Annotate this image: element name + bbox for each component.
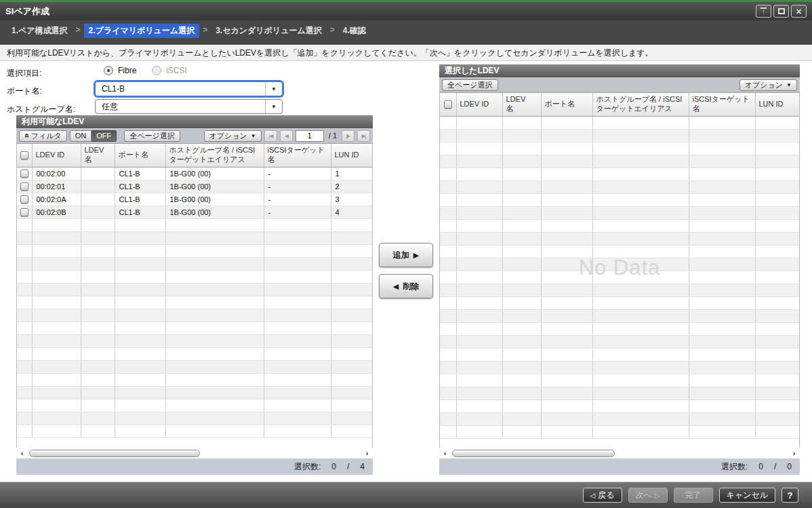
row-checkbox[interactable] xyxy=(20,182,28,191)
prev-page-icon: ◀ xyxy=(285,133,288,139)
selected-ldev-table: LDEV ID LDEV 名 ポート名 ホストグループ名 / iSCSI ターゲ… xyxy=(440,93,800,439)
column-header-lun-id[interactable]: LUN ID xyxy=(331,144,373,167)
empty-row xyxy=(440,374,800,387)
help-button[interactable]: ? xyxy=(781,488,798,503)
total-count-value: 4 xyxy=(360,462,365,471)
filter-on-button[interactable]: ON xyxy=(70,130,92,142)
port-name-value: CL1-B xyxy=(96,84,265,94)
next-page-button[interactable]: ▶ xyxy=(342,130,354,142)
empty-row xyxy=(440,309,800,322)
scroll-left-icon[interactable]: ‹ xyxy=(441,450,449,457)
scroll-right-icon[interactable]: › xyxy=(790,450,798,457)
empty-row xyxy=(440,348,800,361)
step-separator: > xyxy=(327,24,338,36)
selected-ldev-footer: 選択数: 0 / 0 xyxy=(439,458,800,475)
next-button[interactable]: 次へ ▷ xyxy=(628,488,668,503)
arrow-left-icon: ◁ xyxy=(590,492,596,499)
step-pair-config[interactable]: 1.ペア構成選択 xyxy=(7,24,73,38)
step-secondary-volume[interactable]: 3.セカンダリボリューム選択 xyxy=(211,24,327,38)
column-header-host-group[interactable]: ホストグループ名 / iSCSI ターゲットエイリアス xyxy=(165,144,264,167)
scrollbar-track[interactable] xyxy=(449,449,790,458)
rollup-button[interactable]: ↑ xyxy=(756,5,771,18)
first-page-button[interactable]: |◀ xyxy=(264,130,277,142)
select-all-header xyxy=(17,144,32,167)
cancel-button-label: キャンセル xyxy=(727,490,768,501)
radio-icon xyxy=(152,66,161,75)
finish-button[interactable]: 完了 xyxy=(674,488,713,503)
column-header-iscsi-target[interactable]: iSCSIターゲット 名 xyxy=(264,144,331,167)
column-header-ldev-id[interactable]: LDEV ID xyxy=(456,93,502,116)
horizontal-scrollbar: ‹ › xyxy=(16,448,373,458)
scrollbar-track[interactable] xyxy=(26,449,363,458)
empty-row xyxy=(17,334,373,347)
row-checkbox[interactable] xyxy=(20,195,28,203)
column-header-ldev-name[interactable]: LDEV 名 xyxy=(502,93,541,116)
last-page-icon: ▶| xyxy=(361,133,365,139)
fibre-radio-label: Fibre xyxy=(118,66,136,75)
fibre-radio[interactable]: Fibre xyxy=(104,66,136,75)
row-checkbox[interactable] xyxy=(20,170,28,178)
port-name-select[interactable]: CL1-B ▼ xyxy=(95,81,283,96)
table-row[interactable]: 00:02:0B CL1-B 1B-G00 (00) - 4 xyxy=(17,206,373,218)
empty-row xyxy=(440,361,800,374)
arrow-right-icon: ▶ xyxy=(413,251,419,260)
column-header-lun-id[interactable]: LUN ID xyxy=(755,93,800,116)
available-ldev-toolbar: » フィルタ ON OFF 全ページ選択 オプション ▼ |◀ ◀ / 1 ▶ … xyxy=(16,128,373,144)
empty-row xyxy=(440,219,800,232)
close-button[interactable]: × xyxy=(791,5,807,18)
row-checkbox[interactable] xyxy=(20,208,28,216)
options-button[interactable]: オプション ▼ xyxy=(204,130,262,142)
step-confirm[interactable]: 4.確認 xyxy=(338,24,371,38)
iscsi-radio[interactable]: iSCSI xyxy=(152,66,187,75)
select-all-pages-button[interactable]: 全ページ選択 xyxy=(442,79,498,91)
remove-button[interactable]: ◀ 削除 xyxy=(379,274,433,298)
scroll-left-icon[interactable]: ‹ xyxy=(18,450,26,457)
first-page-icon: |◀ xyxy=(268,133,272,139)
column-header-ldev-name[interactable]: LDEV 名 xyxy=(81,144,115,167)
step-separator: > xyxy=(199,24,211,36)
add-button[interactable]: 追加 ▶ xyxy=(379,243,433,267)
selected-count-label: 選択数: xyxy=(721,461,748,473)
cancel-button[interactable]: キャンセル xyxy=(719,488,775,503)
empty-row xyxy=(17,244,373,257)
scroll-right-icon[interactable]: › xyxy=(363,450,371,457)
close-icon: × xyxy=(796,7,801,16)
last-page-button[interactable]: ▶| xyxy=(357,130,370,142)
filter-button[interactable]: » フィルタ xyxy=(19,130,67,142)
empty-row xyxy=(440,206,800,219)
host-group-value: 任意 xyxy=(96,101,265,113)
column-header-host-group[interactable]: ホストグループ名 / iSCSI ターゲットエイリアス xyxy=(592,93,689,116)
scrollbar-thumb[interactable] xyxy=(29,450,200,457)
select-all-checkbox[interactable] xyxy=(444,100,452,109)
empty-row xyxy=(440,168,800,180)
empty-row xyxy=(440,271,800,284)
empty-row xyxy=(17,347,373,360)
options-button[interactable]: オプション ▼ xyxy=(739,79,797,91)
available-ldev-footer: 選択数: 0 / 4 xyxy=(16,458,373,475)
empty-row xyxy=(17,360,373,373)
table-row[interactable]: 00:02:01 CL1-B 1B-G00 (00) - 2 xyxy=(17,180,373,193)
select-all-checkbox[interactable] xyxy=(20,151,28,159)
table-row[interactable]: 00:02:00 CL1-B 1B-G00 (00) - 1 xyxy=(17,167,373,180)
column-header-iscsi-target[interactable]: iSCSIターゲット 名 xyxy=(689,93,755,116)
step-primary-volume[interactable]: 2.プライマリボリューム選択 xyxy=(84,24,200,38)
scrollbar-thumb[interactable] xyxy=(452,450,615,457)
filter-off-button[interactable]: OFF xyxy=(92,130,117,142)
column-header-port-name[interactable]: ポート名 xyxy=(115,144,165,167)
table-row[interactable]: 00:02:0A CL1-B 1B-G00 (00) - 3 xyxy=(17,193,373,206)
instruction-bar: 利用可能なLDEVリストから、プライマリボリュームとしたいLDEVを選択し「追加… xyxy=(0,45,812,61)
maximize-button[interactable] xyxy=(773,5,789,18)
column-header-port-name[interactable]: ポート名 xyxy=(541,93,592,116)
available-ldev-panel: 利用可能なLDEV » フィルタ ON OFF 全ページ選択 オプション ▼ |… xyxy=(16,115,373,475)
iscsi-radio-label: iSCSI xyxy=(166,66,187,75)
page-number-input[interactable] xyxy=(296,130,324,142)
host-group-select[interactable]: 任意 ▼ xyxy=(95,99,283,114)
back-button[interactable]: ◁ 戻る xyxy=(583,488,622,503)
empty-row xyxy=(440,322,800,335)
column-header-ldev-id[interactable]: LDEV ID xyxy=(32,144,81,167)
prev-page-button[interactable]: ◀ xyxy=(280,130,293,142)
select-all-pages-button[interactable]: 全ページ選択 xyxy=(124,130,180,142)
selected-ldev-toolbar: 全ページ選択 オプション ▼ xyxy=(439,77,800,93)
filter-on-off-toggle: ON OFF xyxy=(70,130,117,142)
empty-row xyxy=(440,412,800,425)
